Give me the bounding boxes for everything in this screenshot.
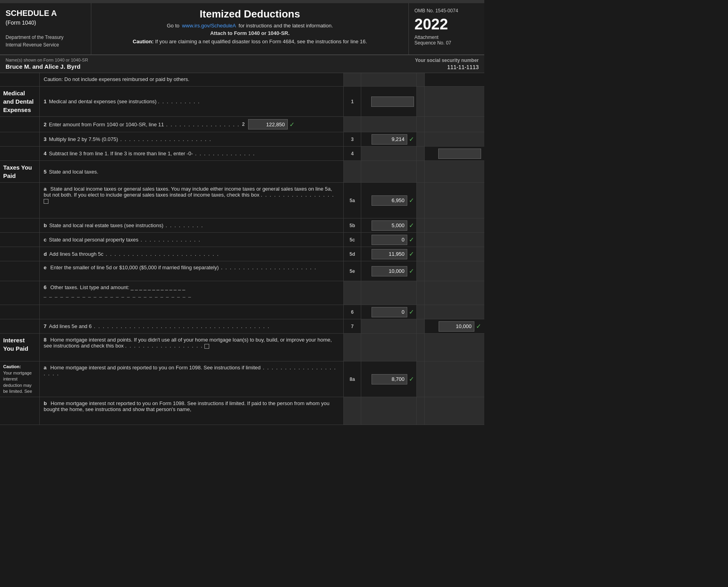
line4-row: 4 Subtract line 3 from line 1. If line 3… xyxy=(0,147,484,161)
line8a-input-field[interactable] xyxy=(372,374,407,384)
line7-checkmark: ✓ xyxy=(476,322,481,330)
caution-input-col xyxy=(361,73,417,86)
line4-linenum: 4 xyxy=(344,147,361,160)
line5c-input[interactable]: ✓ xyxy=(361,233,417,247)
line2-linenum xyxy=(344,117,361,132)
line5a-input[interactable]: ✓ xyxy=(361,183,417,218)
line1-desc: 1 Medical and dental expenses (see instr… xyxy=(40,87,344,116)
line7-num-inline: 7 xyxy=(44,323,46,329)
line3-input[interactable]: ✓ xyxy=(361,132,417,146)
line5e-right xyxy=(425,261,484,281)
line5b-checkmark: ✓ xyxy=(409,222,414,229)
line5c-row: c State and local personal property taxe… xyxy=(0,233,484,247)
line8b-linenum xyxy=(344,397,361,425)
line2-input-inline[interactable]: ✓ xyxy=(248,119,295,129)
line1-input-field[interactable] xyxy=(371,97,414,107)
line5b-letter: b xyxy=(44,222,47,228)
line5e-input-field[interactable] xyxy=(372,266,407,276)
line8a-caution-label: Caution: Your mortgage interest deductio… xyxy=(0,361,40,397)
line8b-input-shade xyxy=(361,397,417,425)
line5e-input[interactable]: ✓ xyxy=(361,261,417,281)
schedule-a-title: SCHEDULE A xyxy=(6,9,85,18)
caution-section-spacer xyxy=(0,73,40,86)
attachment-text: Attachment xyxy=(414,35,479,40)
line4-text: Subtract line 3 from line 1. If line 3 i… xyxy=(49,151,255,156)
line6-input-field[interactable] xyxy=(372,307,407,317)
line5c-letter: c xyxy=(44,237,46,243)
header-center: Itemized Deductions Go to www.irs.gov/Sc… xyxy=(91,3,409,54)
line2-num-badge: 2 xyxy=(242,122,245,127)
line5d-text: Add lines 5a through 5c . . . . . . . . … xyxy=(49,251,219,257)
header-left: SCHEDULE A (Form 1040) Department of the… xyxy=(0,3,91,54)
line5d-linenum: 5d xyxy=(344,247,361,261)
line5-num-inline: 5 xyxy=(44,169,46,175)
line5a-text: State and local income taxes or general … xyxy=(44,186,334,204)
line5b-shade xyxy=(417,218,425,232)
line1-input[interactable] xyxy=(361,87,417,116)
line4-section-spacer xyxy=(0,147,40,160)
line3-desc: 3 Multiply line 2 by 7.5% (0.075) . . . … xyxy=(40,132,344,146)
line2-text: Enter amount from Form 1040 or 1040-SR, … xyxy=(49,122,240,127)
line5b-section-spacer xyxy=(0,218,40,232)
line5d-input-field[interactable] xyxy=(372,249,407,259)
line3-text: Multiply line 2 by 7.5% (0.075) . . . . … xyxy=(49,136,212,142)
line5b-input-field[interactable] xyxy=(372,220,407,231)
line6-section-spacer xyxy=(0,281,40,305)
line8a-input[interactable]: ✓ xyxy=(361,361,417,397)
line8b-letter: b xyxy=(44,400,47,406)
line6-row: 6 Other taxes. List type and amount: _ _… xyxy=(0,281,484,305)
medical-section-label: Medical and Dental Expenses xyxy=(0,87,40,116)
line5d-letter: d xyxy=(44,251,47,257)
line7-input-field[interactable] xyxy=(439,321,474,332)
line4-desc: 4 Subtract line 3 from line 1. If line 3… xyxy=(40,147,344,160)
line6v-desc xyxy=(40,305,344,319)
line5e-row: e Enter the smaller of line 5d or $10,00… xyxy=(0,261,484,281)
caution-row: Caution: Do not include expenses reimbur… xyxy=(0,73,484,87)
line6-num-inline: 6 xyxy=(44,284,46,290)
line2-input-field[interactable] xyxy=(248,119,288,129)
line4-shade xyxy=(417,147,425,160)
caution-title: Caution: xyxy=(3,364,21,369)
line5a-input-field[interactable] xyxy=(372,195,407,206)
line5c-section-spacer xyxy=(0,233,40,247)
line5-header-row: Taxes You Paid 5 State and local taxes. xyxy=(0,161,484,183)
irs-link[interactable]: www.irs.gov/ScheduleA xyxy=(182,23,236,29)
line5b-desc: b State and local real estate taxes (see… xyxy=(40,218,344,232)
line8-text: Home mortgage interest and points. If yo… xyxy=(44,337,332,349)
irs-text: Internal Revenue Service xyxy=(6,41,85,49)
line8a-linenum: 8a xyxy=(344,361,361,397)
line2-shade xyxy=(417,117,425,132)
line1-dots: . . . . . . . . . . xyxy=(158,98,200,104)
line5c-text: State and local personal property taxes … xyxy=(49,237,201,243)
checkbox-5a[interactable] xyxy=(44,199,48,204)
caution-shade-col xyxy=(417,73,425,86)
line1-row: Medical and Dental Expenses 1 Medical an… xyxy=(0,87,484,117)
checkbox-8[interactable] xyxy=(204,344,209,349)
line5d-right xyxy=(425,247,484,261)
line5d-input[interactable]: ✓ xyxy=(361,247,417,261)
line6v-input[interactable]: ✓ xyxy=(361,305,417,319)
line5a-section-spacer xyxy=(0,183,40,218)
line8-desc: 8 Home mortgage interest and points. If … xyxy=(40,334,344,361)
line7-right[interactable]: ✓ xyxy=(425,319,484,333)
caution-desc: Caution: Do not include expenses reimbur… xyxy=(40,73,344,86)
line7-desc: 7 Add lines 5e and 6 . . . . . . . . . .… xyxy=(40,319,344,333)
line5c-input-field[interactable] xyxy=(372,235,407,245)
line5d-row: d Add lines 5a through 5c . . . . . . . … xyxy=(0,247,484,261)
line6-text: Other taxes. List type and amount: _ _ _… xyxy=(50,284,185,290)
caution-do-not-text: Caution: Do not include expenses reimbur… xyxy=(44,76,189,82)
line6-shade xyxy=(417,281,425,305)
line3-input-field[interactable] xyxy=(372,134,407,145)
line1-right xyxy=(425,87,484,116)
line1-shade xyxy=(417,87,425,116)
caution-right-col xyxy=(425,73,484,86)
line4-right[interactable] xyxy=(425,147,484,160)
header: SCHEDULE A (Form 1040) Department of the… xyxy=(0,3,484,55)
line4-input-field[interactable] xyxy=(438,149,481,159)
line5b-input[interactable]: ✓ xyxy=(361,218,417,232)
line5a-letter: a xyxy=(44,186,46,192)
line5a-desc: a State and local income taxes or genera… xyxy=(40,183,344,218)
header-right: OMB No. 1545-0074 2022 Attachment Sequen… xyxy=(409,3,484,54)
line8a-right xyxy=(425,361,484,397)
line4-num-inline: 4 xyxy=(44,151,46,156)
